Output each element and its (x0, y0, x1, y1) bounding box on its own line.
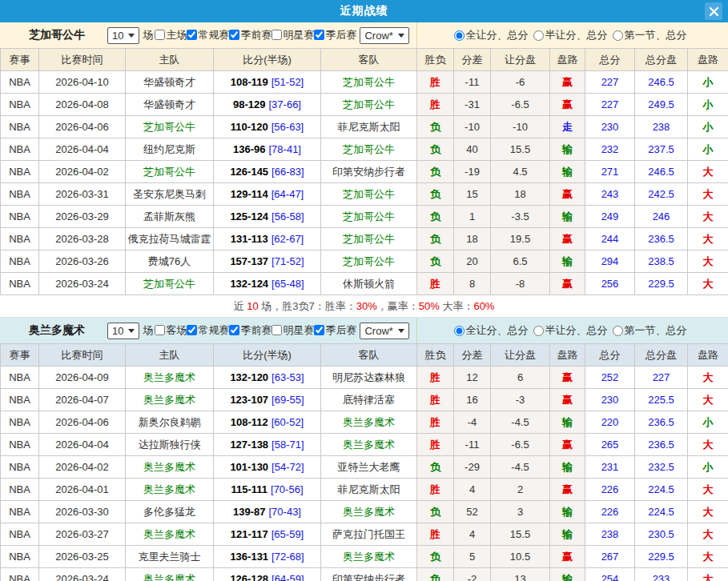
team-name: 奥兰多魔术 (29, 323, 85, 338)
score-fulltime: 108-112 (231, 416, 268, 428)
close-icon (709, 6, 719, 17)
league-cell: NBA (1, 183, 39, 206)
score-cell: 98-129[37-66] (214, 94, 321, 116)
score-fulltime: 125-124 (230, 210, 268, 222)
filter-checkbox-input[interactable] (271, 30, 282, 40)
total-line-cell: 238 (635, 116, 688, 138)
handicap-cell: 19.5 (491, 228, 550, 250)
handicap-result-cell: 赢 (550, 389, 585, 411)
stat-mode-radio[interactable]: 第一节、总分 (613, 323, 687, 338)
filter-checkbox[interactable]: 季前赛 (229, 28, 271, 42)
column-header: 盘路 (688, 344, 728, 367)
league-cell: NBA (1, 456, 39, 479)
away-team-cell: 菲尼克斯太阳 (321, 116, 417, 138)
home-team-cell: 孟菲斯灰熊 (126, 206, 214, 228)
league-cell: NBA (1, 116, 39, 138)
filter-checkbox-input[interactable] (187, 325, 197, 335)
crow-select[interactable]: Crow* (360, 27, 408, 44)
league-cell: NBA (1, 389, 39, 411)
filter-checkbox-input[interactable] (187, 30, 197, 40)
date-cell: 2026-03-24 (39, 568, 126, 581)
results-table: 赛事比赛时间主队比分(半场)客队胜负分差让分盘盘路总分总分盘盘路 NBA2026… (0, 343, 728, 581)
score-fulltime: 136-96 (233, 143, 265, 155)
column-header: 客队 (321, 344, 417, 367)
filter-checkbox[interactable]: 明星赛 (271, 28, 314, 42)
stat-mode-radio-input[interactable] (613, 326, 623, 336)
filter-checkbox-input[interactable] (314, 325, 324, 335)
point-diff-cell: 40 (454, 138, 491, 161)
filter-checkbox[interactable]: 客场 (155, 323, 187, 338)
game-row: NBA2026-03-30多伦多猛龙139-87[70-43]奥兰多魔术负523… (1, 501, 728, 523)
handicap-result-cell: 走 (550, 116, 585, 138)
stat-mode-radio-input[interactable] (533, 30, 544, 41)
date-cell: 2026-03-27 (39, 523, 126, 546)
result-cell: 负 (417, 568, 454, 581)
home-team-cell: 俄克拉荷马城雷霆 (126, 228, 214, 250)
game-row: NBA2026-04-09奥兰多魔术132-120[63-53]明尼苏达森林狼胜… (1, 367, 728, 389)
filter-checkbox-input[interactable] (271, 325, 282, 335)
filter-checkbox[interactable]: 常规赛 (187, 323, 229, 338)
point-diff-cell: 8 (454, 273, 491, 295)
stat-mode-radio[interactable]: 半让分、总分 (533, 323, 608, 338)
league-cell: NBA (1, 501, 39, 523)
chevron-down-icon (128, 34, 135, 38)
filter-checkbox[interactable]: 常规赛 (187, 28, 229, 42)
filter-checkbox[interactable]: 明星赛 (271, 323, 314, 338)
handicap-cell: -6.5 (491, 94, 550, 116)
stat-mode-radio[interactable]: 半让分、总分 (533, 28, 608, 42)
stat-mode-radio[interactable]: 第一节、总分 (613, 28, 687, 42)
games-count-select[interactable]: 10 (107, 27, 139, 44)
stat-mode-radio-input[interactable] (454, 326, 465, 336)
away-team-cell: 芝加哥公牛 (321, 183, 417, 206)
stat-mode-radio[interactable]: 全让分、总分 (454, 28, 529, 42)
home-team-cell: 华盛顿奇才 (126, 71, 214, 94)
filter-checkbox[interactable]: 主场 (155, 28, 187, 42)
score-cell: 115-111[70-56] (214, 479, 321, 501)
summary-label: 近 (234, 300, 247, 312)
stat-mode-radio-input[interactable] (533, 326, 544, 336)
filter-checkbox-input[interactable] (229, 325, 239, 335)
game-row: NBA2026-03-31圣安东尼奥马刺129-114[64-47]芝加哥公牛负… (1, 183, 728, 206)
total-cell: 230 (585, 116, 635, 138)
filter-checkbox[interactable]: 季前赛 (229, 323, 271, 338)
filter-checkbox-input[interactable] (155, 325, 165, 335)
column-header: 比分(半场) (214, 49, 321, 71)
away-team-cell: 芝加哥公牛 (321, 138, 417, 161)
team-section-bulls: 芝加哥公牛 10 场 主场常规赛季前赛明星赛季后赛 Crow* 全让分、总分半让… (0, 22, 728, 318)
date-cell: 2026-03-29 (39, 206, 126, 228)
date-cell: 2026-03-28 (39, 228, 126, 250)
total-cell: 244 (585, 228, 635, 250)
crow-select[interactable]: Crow* (360, 323, 408, 339)
handicap-cell: 4.5 (491, 161, 550, 183)
summary-label: 大率： (440, 300, 474, 312)
score-halftime: [64-59] (271, 573, 304, 581)
filter-checkbox[interactable]: 季后赛 (314, 323, 356, 338)
game-row: NBA2026-04-06新奥尔良鹈鹕108-112[60-52]奥兰多魔术胜-… (1, 411, 728, 434)
date-cell: 2026-04-01 (39, 479, 126, 501)
team-name: 芝加哥公牛 (29, 28, 85, 42)
games-count-select[interactable]: 10 (107, 323, 139, 339)
crow-value: Crow* (364, 30, 392, 42)
handicap-result-cell: 赢 (550, 228, 585, 250)
filter-checkbox-input[interactable] (314, 30, 324, 40)
point-diff-cell: 4 (454, 523, 491, 546)
stat-mode-radio-input[interactable] (454, 30, 465, 41)
filter-checkboxes: 客场常规赛季前赛明星赛季后赛 (155, 323, 356, 339)
score-cell: 136-131[72-68] (214, 546, 321, 568)
total-line-cell: 246 (635, 206, 688, 228)
close-button[interactable] (705, 2, 722, 20)
score-fulltime: 129-114 (231, 188, 268, 200)
filter-checkbox[interactable]: 季后赛 (314, 28, 356, 42)
date-cell: 2026-03-30 (39, 501, 126, 523)
handicap-cell: -3.5 (491, 206, 550, 228)
league-cell: NBA (1, 138, 39, 161)
results-table: 赛事比赛时间主队比分(半场)客队胜负分差让分盘盘路总分总分盘盘路 NBA2026… (0, 48, 728, 295)
filter-checkbox-input[interactable] (155, 30, 165, 40)
total-cell: 226 (585, 501, 635, 523)
stat-mode-radio[interactable]: 全让分、总分 (454, 323, 529, 338)
score-fulltime: 98-129 (233, 98, 265, 110)
total-line-cell: 242.5 (635, 183, 688, 206)
filter-checkbox-input[interactable] (229, 30, 239, 40)
score-halftime: [56-58] (271, 210, 304, 222)
stat-mode-radio-input[interactable] (613, 30, 623, 41)
